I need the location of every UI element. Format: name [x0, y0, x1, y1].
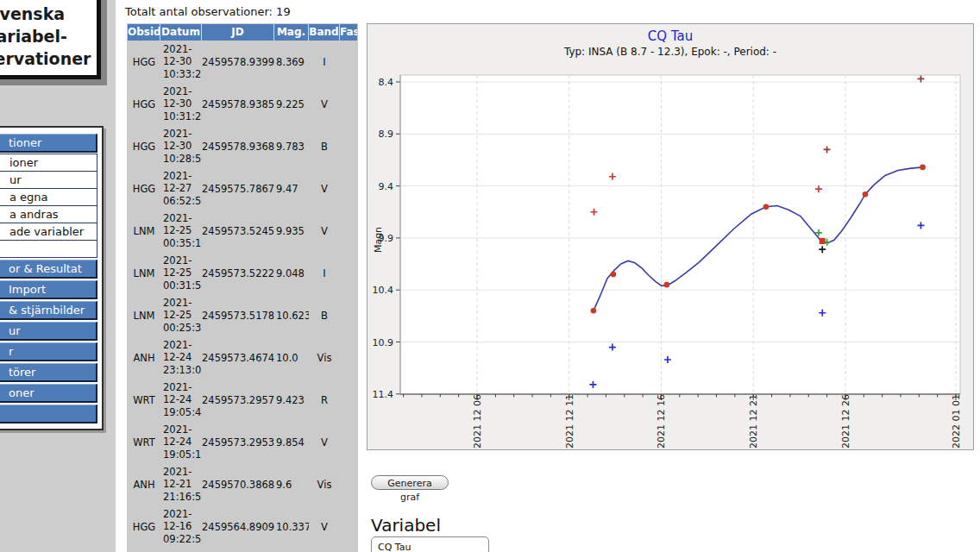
cell-obsid: HGG: [128, 521, 160, 533]
left-frame: Svenska variabel- observationer tionerio…: [0, 0, 116, 552]
cell-jd: 2459573.5178: [202, 310, 274, 322]
x-tick-label: 2021 12 21: [748, 394, 759, 448]
y-tick-label: 11.4: [373, 389, 394, 400]
chart-svg: 8.48.99.49.910.410.911.42021 12 062021 1…: [368, 24, 973, 449]
cell-obsid: HGG: [128, 56, 160, 68]
cell-band: I: [309, 56, 340, 68]
x-tick-label: 2021 12 11: [564, 394, 575, 448]
y-tick-label: 8.4: [379, 77, 394, 88]
x-tick-label: 2021 12 26: [840, 394, 851, 448]
cell-datum: 2021-12-2706:52:50: [160, 170, 202, 208]
cell-mag: 9.935: [274, 225, 309, 237]
plot-area: [400, 75, 960, 394]
sidebar-menu-section-9[interactable]: & stjärnbilder: [0, 301, 97, 320]
column-header-mag[interactable]: Mag.: [274, 24, 309, 41]
sidebar-menu-section-11[interactable]: r: [0, 342, 97, 361]
cell-datum: 2021-12-2500:25:37: [160, 297, 202, 335]
cell-obsid: WRT: [128, 394, 160, 406]
cell-jd: 2459573.2953: [202, 436, 274, 448]
column-header-obsid[interactable]: Obsid: [128, 24, 160, 41]
cell-jd: 2459573.2957: [202, 394, 274, 406]
cell-band: V: [309, 436, 340, 448]
cell-mag: 9.783: [274, 141, 309, 153]
observations-table-body: HGG2021-12-3010:33:272459578.93998.369IH…: [128, 41, 357, 552]
cell-jd: 2459564.8909: [202, 521, 274, 533]
cell-datum: 2021-12-2419:05:13: [160, 423, 202, 461]
x-tick-label: 2021 12 06: [472, 394, 483, 448]
cell-datum: 2021-12-3010:31:26: [160, 85, 202, 123]
cell-obsid: ANH: [128, 352, 160, 364]
table-row: ANH2021-12-2423:13:032459573.467410.0Vis: [128, 336, 357, 379]
cell-band: B: [309, 310, 340, 322]
main-frame: Totalt antal observationer: 19 ObsidDatu…: [116, 0, 980, 552]
sidebar-menu-item-4[interactable]: a andras: [0, 205, 97, 223]
cell-jd: 2459578.9385: [202, 98, 274, 110]
column-header-jd[interactable]: JD: [202, 24, 274, 41]
column-header-datum[interactable]: Datum: [160, 24, 202, 41]
cell-obsid: HGG: [128, 141, 160, 153]
sidebar-menu: tionerionerura egnaa andrasade variabler…: [0, 126, 104, 430]
sidebar-menu-section-14[interactable]: [0, 405, 97, 423]
y-tick-label: 10.9: [373, 337, 394, 348]
cell-obsid: HGG: [128, 98, 160, 110]
logo-line-1: Svenska: [0, 3, 97, 25]
sidebar-menu-section-12[interactable]: törer: [0, 363, 97, 382]
variable-select[interactable]: CQ Tau: [371, 536, 489, 552]
cell-obsid: LNM: [128, 310, 160, 322]
observations-table: ObsidDatumJDMag.BandFas HGG2021-12-3010:…: [127, 23, 358, 552]
cell-mag: 9.47: [274, 183, 309, 195]
sidebar-menu-item-2[interactable]: ur: [0, 171, 97, 189]
lightcurve-chart: CQ Tau Typ: INSA (B 8.7 - 12.3), Epok: -…: [367, 23, 974, 450]
cell-jd: 2459575.7867: [202, 183, 274, 195]
cell-band: B: [309, 141, 340, 153]
cell-jd: 2459573.4674: [202, 352, 274, 364]
cell-obsid: WRT: [128, 436, 160, 448]
table-row: HGG2021-12-3010:33:272459578.93998.369I: [128, 41, 357, 83]
cell-datum: 2021-12-2500:35:16: [160, 212, 202, 250]
sidebar-menu-section-8[interactable]: Import: [0, 280, 97, 299]
y-tick-label: 10.4: [373, 285, 394, 296]
table-row: ANH2021-12-2121:16:592459570.38689.6Vis: [128, 463, 357, 505]
table-row: LNM2021-12-2500:35:162459573.52459.935V: [128, 210, 357, 252]
cell-obsid: HGG: [128, 183, 160, 195]
sidebar-menu-item-6[interactable]: [0, 240, 97, 258]
variable-heading: Variabel: [371, 515, 441, 536]
sidebar-menu-section-10[interactable]: ur: [0, 322, 97, 341]
logo-line-3: observationer: [0, 47, 97, 70]
cell-band: V: [309, 183, 340, 195]
cell-band: V: [309, 225, 340, 237]
mean-point: [863, 191, 869, 198]
cell-band: V: [309, 521, 340, 533]
column-header-fas[interactable]: Fas: [340, 24, 357, 41]
cell-datum: 2021-12-2419:05:48: [160, 381, 202, 419]
sidebar-menu-section-7[interactable]: or & Resultat: [0, 260, 97, 279]
cell-obsid: ANH: [128, 479, 160, 491]
cell-band: V: [309, 98, 340, 110]
sidebar-menu-item-5[interactable]: ade variabler: [0, 223, 97, 241]
table-row: WRT2021-12-2419:05:482459573.29579.423R: [128, 379, 357, 421]
cell-jd: 2459578.9399: [202, 56, 274, 68]
cell-band: I: [309, 267, 340, 279]
sidebar-menu-header-0: tioner: [0, 134, 97, 153]
table-row: HGG2021-12-1609:22:532459564.890910.337V: [128, 505, 357, 548]
cell-datum: 2021-12-2500:31:58: [160, 254, 202, 292]
cell-mag: 9.423: [274, 394, 309, 406]
cell-datum: 2021-12-2423:13:03: [160, 339, 202, 377]
table-row: WRT2021-12-2419:05:132459573.29539.854V: [128, 421, 357, 463]
sidebar-menu-item-3[interactable]: a egna: [0, 188, 97, 206]
mean-point: [920, 165, 926, 171]
table-row: HGG2021-12-3010:31:262459578.93859.225V: [128, 83, 357, 125]
cell-jd: 2459570.3868: [202, 479, 274, 491]
cell-mag: 10.623: [274, 310, 309, 322]
sidebar-menu-section-13[interactable]: oner: [0, 384, 97, 403]
cell-datum: 2021-12-3010:28:59: [160, 128, 202, 166]
table-row: LNM2021-12-2500:31:582459573.52229.048I: [128, 252, 357, 294]
column-header-band[interactable]: Band: [309, 24, 340, 41]
cell-datum: 2021-12-2121:16:59: [160, 466, 202, 504]
generate-graph-button[interactable]: Generera graf: [371, 475, 449, 490]
table-row: HGG2021-12-2706:52:502459575.78679.47V: [128, 167, 357, 210]
cell-mag: 9.6: [274, 479, 309, 491]
cell-band: Vis: [309, 479, 340, 491]
sidebar-menu-item-1[interactable]: ioner: [0, 154, 97, 172]
table-row: LNM2021-12-2500:25:372459573.517810.623B: [128, 294, 357, 336]
